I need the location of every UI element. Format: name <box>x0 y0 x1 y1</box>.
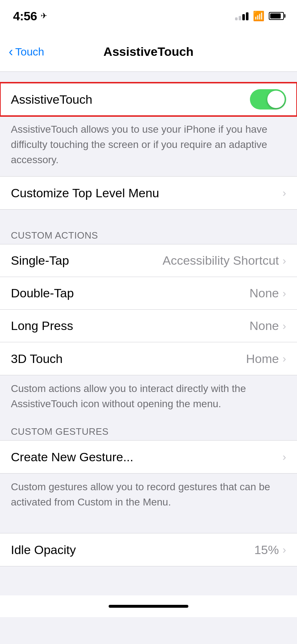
custom-actions-description: Custom actions allow you to interact dir… <box>0 375 297 420</box>
location-icon: ✈ <box>41 11 47 21</box>
page-title: AssistiveTouch <box>104 45 194 59</box>
assistivetouch-toggle[interactable] <box>250 89 286 110</box>
custom-actions-header: CUSTOM ACTIONS <box>0 224 297 244</box>
long-press-chevron-icon: › <box>283 320 286 332</box>
home-indicator <box>0 595 297 617</box>
battery-icon <box>269 12 284 20</box>
toggle-knob <box>267 91 285 108</box>
long-press-value: None <box>250 319 279 333</box>
3d-touch-row[interactable]: 3D Touch Home › <box>0 342 297 375</box>
section-gap-2 <box>0 519 297 533</box>
idle-opacity-value: 15% <box>254 543 279 557</box>
status-bar: 4:56 ✈ 📶 <box>0 0 297 32</box>
create-gesture-label: Create New Gesture... <box>11 450 133 464</box>
customize-menu-group: Customize Top Level Menu › <box>0 176 297 210</box>
signal-icon <box>235 12 248 20</box>
single-tap-label: Single-Tap <box>11 253 69 268</box>
back-label: Touch <box>15 46 44 58</box>
idle-opacity-label: Idle Opacity <box>11 543 76 557</box>
custom-actions-group: Single-Tap Accessibility Shortcut › Doub… <box>0 244 297 375</box>
customize-menu-label: Customize Top Level Menu <box>11 186 159 200</box>
custom-gestures-header: CUSTOM GESTURES <box>0 420 297 440</box>
3d-touch-label: 3D Touch <box>11 352 63 366</box>
double-tap-chevron-icon: › <box>283 287 286 300</box>
double-tap-value: None <box>250 286 279 300</box>
home-bar <box>109 605 188 608</box>
create-gesture-row[interactable]: Create New Gesture... › <box>0 441 297 473</box>
long-press-label: Long Press <box>11 319 73 333</box>
long-press-row[interactable]: Long Press None › <box>0 310 297 342</box>
single-tap-chevron-icon: › <box>283 255 286 267</box>
nav-bar: ‹ Touch AssistiveTouch <box>0 32 297 72</box>
assistivetouch-description: AssistiveTouch allows you to use your iP… <box>0 116 297 176</box>
3d-touch-value: Home <box>246 352 279 366</box>
single-tap-row[interactable]: Single-Tap Accessibility Shortcut › <box>0 244 297 277</box>
assistivetouch-toggle-label: AssistiveTouch <box>11 92 92 107</box>
custom-gestures-group: Create New Gesture... › <box>0 440 297 474</box>
bottom-spacer <box>0 566 297 595</box>
status-time: 4:56 <box>13 9 37 23</box>
status-icons: 📶 <box>235 11 284 22</box>
create-gesture-chevron-icon: › <box>283 451 286 463</box>
idle-opacity-chevron-icon: › <box>283 544 286 556</box>
idle-opacity-group: Idle Opacity 15% › <box>0 533 297 566</box>
assistivetouch-toggle-group: AssistiveTouch <box>0 83 297 116</box>
customize-menu-row[interactable]: Customize Top Level Menu › <box>0 177 297 209</box>
back-chevron-icon: ‹ <box>9 45 13 58</box>
double-tap-label: Double-Tap <box>11 286 74 300</box>
customize-menu-chevron-icon: › <box>283 187 286 199</box>
section-gap-1 <box>0 210 297 224</box>
3d-touch-chevron-icon: › <box>283 352 286 365</box>
double-tap-row[interactable]: Double-Tap None › <box>0 277 297 310</box>
idle-opacity-row[interactable]: Idle Opacity 15% › <box>0 533 297 566</box>
assistivetouch-toggle-row[interactable]: AssistiveTouch <box>0 83 297 116</box>
settings-content: AssistiveTouch AssistiveTouch allows you… <box>0 72 297 595</box>
single-tap-value: Accessibility Shortcut <box>163 253 279 268</box>
wifi-icon: 📶 <box>253 11 264 22</box>
back-button[interactable]: ‹ Touch <box>9 45 44 58</box>
custom-gestures-description: Custom gestures allow you to record gest… <box>0 474 297 519</box>
